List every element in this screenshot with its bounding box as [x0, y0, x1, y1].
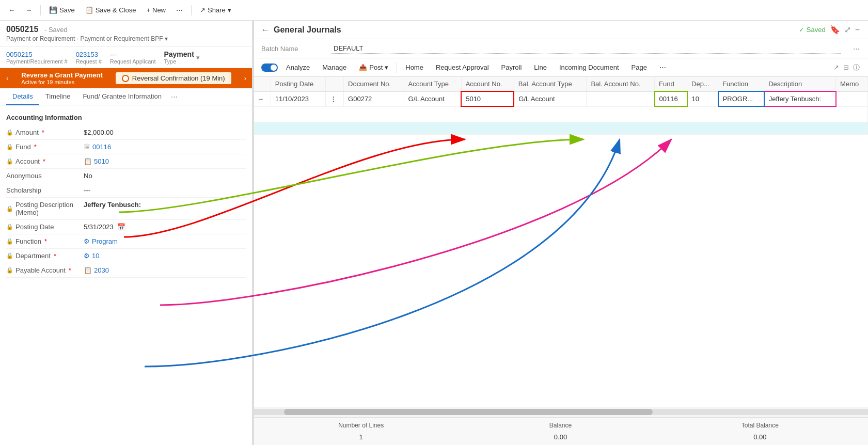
- cell-bal-account-no[interactable]: [587, 91, 655, 106]
- value-posting-description: Jeffery Tenbusch:: [84, 201, 246, 209]
- tab-timeline[interactable]: Timeline: [39, 88, 77, 105]
- th-account-no[interactable]: Account No.: [461, 77, 514, 91]
- label-posting-description: 🔒 Posting Description (Memo): [6, 201, 84, 216]
- save-button[interactable]: 💾 Save: [45, 4, 79, 16]
- th-doc-no[interactable]: Document No.: [344, 77, 404, 91]
- teal-row-cell: [253, 122, 868, 134]
- breadcrumb-id-value[interactable]: 0050215: [6, 51, 68, 58]
- calendar-icon-posting-date[interactable]: 📅: [117, 223, 125, 231]
- label-function: 🔒 Function*: [6, 237, 84, 245]
- gj-share-icon[interactable]: ↗: [833, 63, 839, 71]
- record-id: 0050215: [6, 25, 38, 34]
- breadcrumb-id-label: Payment/Requirement #: [6, 58, 68, 65]
- th-fund[interactable]: Fund: [655, 77, 687, 91]
- tabs-row: Details Timeline Fund/ Grantee Informati…: [0, 88, 252, 105]
- gj-back-button[interactable]: ←: [261, 25, 270, 35]
- banner-next-button[interactable]: ›: [244, 74, 246, 82]
- table-row-teal: [253, 122, 868, 134]
- back-button[interactable]: ←: [4, 4, 19, 16]
- gj-expand-button[interactable]: ⤢: [844, 25, 851, 35]
- lock-icon-posting-desc: 🔒: [6, 205, 13, 212]
- table-row-empty: [253, 106, 868, 122]
- save-close-button[interactable]: 📋 Save & Close: [81, 4, 140, 16]
- value-amount: $2,000.00: [84, 129, 246, 136]
- more-button[interactable]: ⋯: [172, 4, 187, 16]
- value-department[interactable]: ⚙10: [84, 252, 246, 260]
- batch-input[interactable]: [332, 43, 841, 54]
- value-account[interactable]: 📋5010: [84, 157, 246, 165]
- cell-dep[interactable]: 10: [687, 91, 718, 106]
- th-bal-account-no[interactable]: Bal. Account No.: [587, 77, 655, 91]
- payment-type-dropdown[interactable]: Payment Type ▾: [164, 50, 199, 65]
- breadcrumb-payment-req: 0050215 Payment/Requirement #: [6, 51, 68, 65]
- th-posting-date[interactable]: Posting Date: [271, 77, 325, 91]
- breadcrumb-applicant-label: Request Applicant: [110, 58, 156, 65]
- th-function[interactable]: Function: [718, 77, 764, 91]
- value-fund[interactable]: 🏛00116: [84, 143, 246, 151]
- breadcrumb-applicant: --- Request Applicant: [110, 51, 156, 65]
- payroll-button[interactable]: Payroll: [497, 61, 526, 73]
- form-row-account: 🔒 Account* 📋5010: [6, 154, 246, 169]
- line-button[interactable]: Line: [530, 61, 551, 73]
- th-description[interactable]: Description: [764, 77, 836, 91]
- save-close-icon: 📋: [85, 6, 93, 14]
- tab-fund-grantee[interactable]: Fund/ Grantee Information: [76, 88, 167, 105]
- new-button[interactable]: + New: [142, 4, 170, 16]
- incoming-document-button[interactable]: Incoming Document: [555, 61, 623, 73]
- value-function[interactable]: ⚙Program: [84, 237, 246, 245]
- analyze-toggle[interactable]: [261, 63, 278, 72]
- cell-menu[interactable]: ⋮: [326, 91, 344, 106]
- cell-bal-account-type[interactable]: G/L Account: [514, 91, 587, 106]
- cell-memo[interactable]: [836, 91, 868, 106]
- share-button[interactable]: ↗ Share ▾: [196, 4, 235, 16]
- main-toolbar: ← → 💾 Save 📋 Save & Close + New ⋯ ↗ Shar…: [0, 0, 868, 21]
- form-row-posting-date: 🔒 Posting Date 5/31/2023 📅: [6, 220, 246, 234]
- breadcrumb-applicant-value[interactable]: ---: [110, 51, 156, 58]
- th-memo[interactable]: Memo: [836, 77, 868, 91]
- gj-title: General Journals: [274, 25, 795, 35]
- cell-description[interactable]: Jeffery Tenbusch:: [764, 91, 836, 106]
- page-button[interactable]: Page: [627, 61, 651, 73]
- breadcrumb-req-value[interactable]: 023153: [76, 51, 102, 58]
- cell-fund[interactable]: 00116: [655, 91, 687, 106]
- tab-more[interactable]: ⋯: [168, 89, 181, 105]
- lock-icon-posting-date: 🔒: [6, 224, 13, 230]
- cell-function[interactable]: PROGR...: [718, 91, 764, 106]
- cell-doc-no[interactable]: G00272: [344, 91, 404, 106]
- value-payable-account[interactable]: 📋2030: [84, 266, 246, 274]
- gj-filter-icon[interactable]: ⊟: [843, 63, 849, 71]
- table-container: Posting Date Document No. Account Type A…: [253, 77, 868, 407]
- home-button[interactable]: Home: [401, 61, 428, 73]
- gj-toolbar-more-button[interactable]: ⋯: [655, 61, 670, 73]
- lock-icon-department: 🔒: [6, 252, 13, 259]
- manage-button[interactable]: Manage: [318, 61, 351, 73]
- cell-arrow: →: [253, 91, 271, 106]
- value-posting-date: 5/31/2023 📅: [84, 223, 246, 231]
- forward-button[interactable]: →: [21, 4, 36, 16]
- table-icon-account: 📋: [84, 157, 92, 165]
- analyze-button[interactable]: Analyze: [282, 61, 314, 73]
- save-icon: 💾: [49, 6, 57, 14]
- batch-more-button[interactable]: ⋯: [853, 45, 860, 53]
- cell-posting-date[interactable]: 11/10/2023: [271, 91, 325, 106]
- th-dep[interactable]: Dep...: [687, 77, 718, 91]
- cell-account-no[interactable]: 5010: [461, 91, 514, 106]
- post-button[interactable]: 📤 Post ▾: [355, 61, 392, 73]
- banner-prev-button[interactable]: ‹: [6, 74, 8, 82]
- gj-table: Posting Date Document No. Account Type A…: [253, 77, 868, 135]
- table-icon-payable-account: 📋: [84, 266, 92, 274]
- gj-info-icon[interactable]: ⓘ: [853, 63, 860, 72]
- th-bal-account-type[interactable]: Bal. Account Type: [514, 77, 587, 91]
- horizontal-scrollbar[interactable]: [253, 409, 868, 415]
- gj-bookmark-button[interactable]: 🔖: [830, 25, 840, 35]
- scrollbar-thumb[interactable]: [284, 409, 653, 415]
- form-row-function: 🔒 Function* ⚙Program: [6, 234, 246, 249]
- required-payable-account: *: [69, 266, 71, 274]
- tab-details[interactable]: Details: [6, 88, 39, 105]
- th-account-type[interactable]: Account Type: [404, 77, 461, 91]
- gj-minimize-button[interactable]: −: [855, 25, 860, 35]
- cell-account-type[interactable]: G/L Account: [404, 91, 461, 106]
- request-approval-button[interactable]: Request Approval: [432, 61, 493, 73]
- required-department: *: [54, 252, 56, 260]
- panel-resizer[interactable]: [252, 21, 254, 445]
